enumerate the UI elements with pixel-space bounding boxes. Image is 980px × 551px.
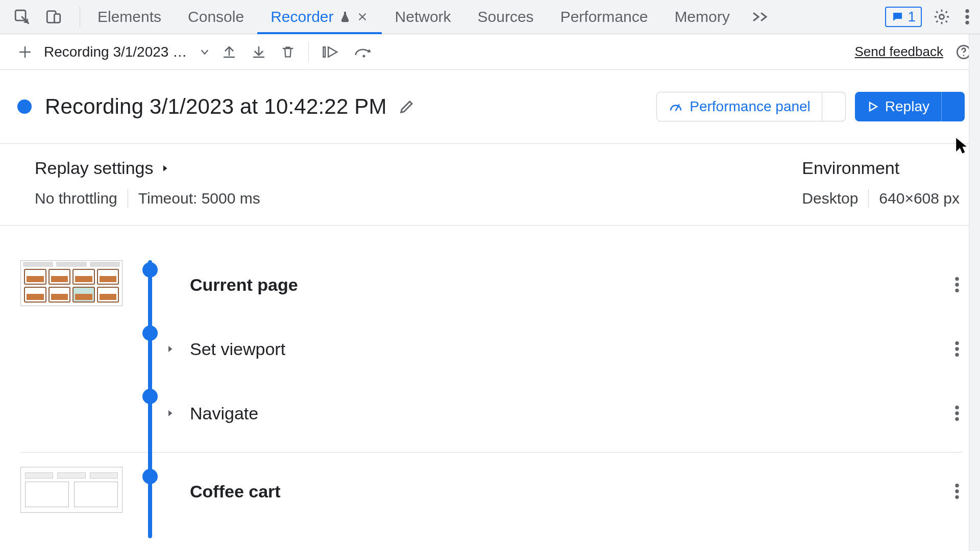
- recorder-toolbar: Recording 3/1/2023 at 10… Send feedback: [0, 34, 980, 70]
- divider: [128, 189, 128, 208]
- step-thumbnail: [20, 467, 122, 513]
- caret-right-icon: [160, 162, 169, 175]
- svg-point-17: [955, 406, 959, 409]
- close-icon[interactable]: [356, 11, 369, 23]
- recording-dropdown[interactable]: Recording 3/1/2023 at 10…: [40, 44, 214, 60]
- step-over-button[interactable]: [347, 34, 381, 69]
- step-thumbnail: [20, 260, 122, 306]
- more-tabs-icon[interactable]: [743, 10, 779, 24]
- tab-label: Network: [395, 8, 451, 26]
- recording-heading-row: Recording 3/1/2023 at 10:42:22 PM Perfor…: [0, 70, 980, 144]
- step-label: Current page: [190, 275, 298, 295]
- issues-count: 1: [908, 9, 916, 25]
- svg-point-13: [955, 289, 959, 292]
- step-navigate[interactable]: Navigate: [165, 389, 963, 438]
- step-label: Set viewport: [190, 339, 285, 359]
- svg-rect-7: [323, 47, 325, 57]
- timeout-value: Timeout: 5000 ms: [138, 190, 260, 207]
- environment-device: Desktop: [802, 190, 858, 207]
- issues-badge[interactable]: 1: [885, 7, 922, 27]
- tabstrip-left-icons: [4, 8, 76, 26]
- device-toolbar-icon[interactable]: [38, 8, 69, 26]
- step-coffee-cart[interactable]: Coffee cart: [165, 467, 963, 516]
- divider: [308, 42, 309, 62]
- tab-sources[interactable]: Sources: [464, 0, 547, 34]
- replay-settings-section: Replay settings No throttling Timeout: 5…: [35, 158, 260, 208]
- inspect-element-icon[interactable]: [6, 8, 38, 26]
- delete-button[interactable]: [274, 34, 302, 69]
- environment-label: Environment: [802, 158, 960, 178]
- kebab-menu-icon[interactable]: [965, 8, 970, 26]
- svg-point-20: [955, 484, 959, 487]
- svg-point-6: [965, 21, 969, 24]
- settings-environment-row: Replay settings No throttling Timeout: 5…: [0, 144, 980, 226]
- svg-point-4: [965, 9, 969, 13]
- tab-network[interactable]: Network: [382, 0, 464, 34]
- message-icon: [891, 11, 903, 23]
- replay-button[interactable]: Replay: [855, 92, 941, 121]
- tab-memory[interactable]: Memory: [661, 0, 743, 34]
- caret-right-icon: [165, 342, 182, 356]
- svg-point-8: [363, 55, 365, 57]
- step-label: Navigate: [190, 404, 258, 423]
- panel-tabs: Elements Console Recorder Network Source…: [84, 0, 743, 34]
- step-menu-icon[interactable]: [954, 405, 960, 422]
- settings-gear-icon[interactable]: [933, 8, 950, 26]
- performance-panel-dropdown[interactable]: [822, 92, 846, 121]
- svg-point-11: [955, 277, 959, 281]
- step-set-viewport[interactable]: Set viewport: [165, 324, 963, 373]
- svg-point-16: [955, 353, 959, 357]
- tab-label: Console: [188, 8, 244, 26]
- continue-replay-button[interactable]: [315, 34, 347, 69]
- import-button[interactable]: [214, 34, 244, 69]
- svg-point-22: [955, 495, 959, 499]
- flask-icon: [339, 11, 351, 23]
- replay-settings-toggle[interactable]: Replay settings: [35, 158, 260, 178]
- edit-title-button[interactable]: [398, 98, 415, 115]
- svg-point-10: [963, 55, 965, 56]
- chevron-down-icon: [199, 46, 210, 58]
- svg-point-3: [939, 14, 944, 19]
- svg-point-14: [955, 341, 959, 345]
- tab-console[interactable]: Console: [175, 0, 257, 34]
- svg-point-18: [955, 411, 959, 415]
- tab-elements[interactable]: Elements: [84, 0, 175, 34]
- caret-right-icon: [165, 407, 182, 420]
- export-button[interactable]: [244, 34, 274, 69]
- svg-rect-2: [54, 14, 60, 22]
- scrollbar[interactable]: [969, 34, 980, 551]
- recording-title: Recording 3/1/2023 at 10:42:22 PM: [45, 94, 387, 119]
- play-icon: [867, 101, 879, 113]
- replay-button-group: Replay: [855, 92, 965, 121]
- tab-label: Recorder: [271, 8, 333, 26]
- caret-down-icon: [834, 102, 834, 111]
- tab-performance[interactable]: Performance: [547, 0, 662, 34]
- step-menu-icon[interactable]: [954, 483, 960, 500]
- step-current-page[interactable]: Current page: [165, 260, 963, 309]
- send-feedback-link[interactable]: Send feedback: [855, 44, 943, 60]
- step-group-initial: Current page Set viewport: [20, 246, 963, 453]
- step-label: Coffee cart: [190, 482, 281, 502]
- tab-label: Memory: [674, 8, 729, 26]
- step-menu-icon[interactable]: [954, 276, 960, 293]
- performance-panel-button-group: Performance panel: [656, 92, 846, 121]
- recording-status-dot: [17, 99, 32, 114]
- performance-panel-button[interactable]: Performance panel: [656, 92, 822, 121]
- replay-dropdown[interactable]: [941, 92, 965, 121]
- performance-panel-label: Performance panel: [690, 98, 811, 115]
- new-recording-button[interactable]: [10, 34, 40, 69]
- tab-label: Performance: [560, 8, 648, 26]
- tab-label: Sources: [478, 8, 534, 26]
- recording-dropdown-label: Recording 3/1/2023 at 10…: [44, 44, 192, 60]
- svg-point-12: [955, 283, 959, 286]
- step-menu-icon[interactable]: [954, 340, 960, 358]
- tab-recorder[interactable]: Recorder: [257, 0, 381, 34]
- environment-section: Environment Desktop 640×608 px: [802, 158, 960, 208]
- svg-point-19: [955, 417, 959, 421]
- replay-settings-label: Replay settings: [35, 158, 153, 178]
- environment-viewport: 640×608 px: [879, 190, 960, 207]
- throttling-value: No throttling: [35, 190, 117, 207]
- svg-point-21: [955, 489, 959, 493]
- divider: [80, 7, 80, 27]
- steps-timeline: Current page Set viewport: [0, 226, 980, 530]
